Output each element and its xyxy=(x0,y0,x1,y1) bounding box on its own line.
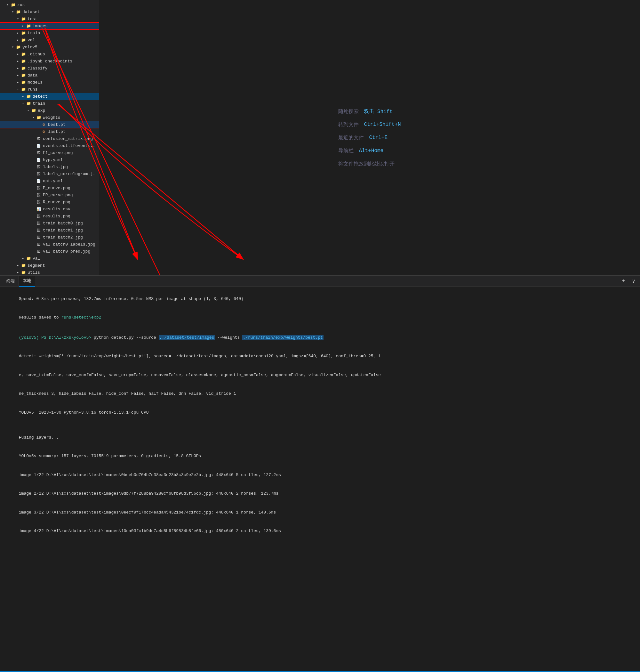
arrow-github xyxy=(15,52,20,57)
hint-label-recent: 最近的文件 xyxy=(338,134,364,141)
tree-item-exp[interactable]: exp xyxy=(0,107,99,114)
editor-area: 随处搜索 双击 Shift 转到文件 Ctrl+Shift+N 最近的文件 Ct… xyxy=(99,0,640,275)
hint-label-nav: 导航栏 xyxy=(338,147,353,154)
tree-label-trainb1: train_batch1.jpg xyxy=(43,228,97,233)
tree-item-run-val[interactable]: val xyxy=(0,255,99,262)
line-text: YOLOv5s summary: 157 layers, 7015519 par… xyxy=(19,454,201,458)
file-icon-rcurve xyxy=(36,199,42,204)
tree-item-best-pt[interactable]: best.pt xyxy=(0,121,99,128)
tree-item-runs[interactable]: runs xyxy=(0,86,99,93)
terminal-line-img4: image 4/22 D:\AI\zxs\dataset\test\images… xyxy=(4,522,636,541)
terminal-tabs[interactable]: 终端 本地 + ∨ xyxy=(0,276,640,287)
arrow-test xyxy=(15,16,20,22)
arrow-data xyxy=(15,73,20,78)
tree-item-models[interactable]: models xyxy=(0,79,99,86)
tree-item-test[interactable]: test xyxy=(0,15,99,23)
tree-item-last-pt[interactable]: last.pt xyxy=(0,128,99,135)
tree-label-pcurve: P_curve.png xyxy=(43,186,97,190)
tree-item-yolov5[interactable]: yolov5 xyxy=(0,44,99,51)
tree-label-opt: opt.yaml xyxy=(43,178,97,184)
tree-item-labels[interactable]: labels.jpg xyxy=(0,163,99,170)
tab-local[interactable]: 本地 xyxy=(19,276,35,287)
terminal-line-img2: image 2/22 D:\AI\zxs\dataset\test\images… xyxy=(4,484,636,503)
file-icon-prcurve xyxy=(36,192,42,198)
tree-item-weights-folder[interactable]: weights xyxy=(0,114,99,121)
folder-icon-detect xyxy=(26,94,31,99)
tree-item-utils[interactable]: utils xyxy=(0,269,99,275)
tree-item-prcurve[interactable]: PR_curve.png xyxy=(0,191,99,199)
tree-item-trainb2[interactable]: train_batch2.jpg xyxy=(0,234,99,241)
folder-icon-dataset xyxy=(15,9,21,14)
hint-row-file: 转到文件 Ctrl+Shift+N xyxy=(338,121,401,128)
tree-item-pcurve[interactable]: P_curve.png xyxy=(0,184,99,191)
tree-item-trainb0[interactable]: train_batch0.jpg xyxy=(0,220,99,227)
tree-item-trainb1[interactable]: train_batch1.jpg xyxy=(0,227,99,234)
terminal-content[interactable]: Speed: 0.8ms pre-process, 132.7ms infere… xyxy=(0,287,640,671)
tree-item-results-png[interactable]: results.png xyxy=(0,213,99,220)
tree-item-data[interactable]: data xyxy=(0,72,99,79)
file-icon-valb0l xyxy=(36,242,42,247)
tree-item-ipynb[interactable]: .ipynb_checkpoints xyxy=(0,58,99,65)
tree-item-labels-corr[interactable]: labels_correlogram.jpg xyxy=(0,170,99,177)
tree-item-events[interactable]: events.out.tfevents.16...876497. xyxy=(0,142,99,149)
file-tree-sidebar[interactable]: zxs dataset test xyxy=(0,0,99,275)
tree-label-valb0p: val_batch0_pred.jpg xyxy=(43,249,97,254)
tree-item-f1curve[interactable]: F1_curve.png xyxy=(0,149,99,156)
tree-item-results-csv[interactable]: results.csv xyxy=(0,205,99,213)
folder-icon-zxs xyxy=(10,2,16,8)
file-icon-results-png xyxy=(36,214,42,219)
tree-label-trainb0: train_batch0.jpg xyxy=(43,221,97,226)
tree-item-valb0l[interactable]: val_batch0_labels.jpg xyxy=(0,241,99,248)
tree-item-images[interactable]: images xyxy=(0,23,99,29)
tree-label-zxs: zxs xyxy=(17,3,97,8)
line-text: e, save_txt=False, save_conf=False, save… xyxy=(19,373,381,377)
hint-row-recent: 最近的文件 Ctrl+E xyxy=(338,134,401,141)
tree-item-train-runs[interactable]: train xyxy=(0,100,99,107)
arrow-yolov5 xyxy=(10,44,15,49)
tree-item-dataset[interactable]: dataset xyxy=(0,8,99,15)
hint-key-file: Ctrl+Shift+N xyxy=(364,121,401,127)
tree-label-classify: classify xyxy=(28,66,97,71)
terminal-add-button[interactable]: + xyxy=(620,277,627,285)
tree-item-github[interactable]: .github xyxy=(0,51,99,58)
file-icon-best-pt xyxy=(41,122,47,127)
folder-icon-test xyxy=(20,16,26,22)
file-icon-f1 xyxy=(36,150,42,155)
hint-key-search: 双击 Shift xyxy=(364,108,393,115)
tree-item-val-dataset[interactable]: val xyxy=(0,37,99,44)
tab-terminal[interactable]: 终端 xyxy=(3,276,19,287)
folder-icon-train-runs xyxy=(26,101,31,106)
cmd-weights-path: ./runs/train/exp/weights/best.pt xyxy=(242,335,323,340)
hint-label-file: 转到文件 xyxy=(338,121,359,128)
tree-item-valb0p[interactable]: val_batch0_pred.jpg xyxy=(0,248,99,255)
terminal-line-detect: detect: weights=['./runs/train/exp/weigh… xyxy=(4,347,636,366)
tab-terminal-label: 终端 xyxy=(6,278,15,284)
tree-label-prcurve: PR_curve.png xyxy=(43,193,97,198)
tree-item-classify[interactable]: classify xyxy=(0,65,99,72)
tree-item-hyp[interactable]: hyp.yaml xyxy=(0,156,99,163)
terminal-line-img1: image 1/22 D:\AI\zxs\dataset\test\images… xyxy=(4,466,636,484)
tree-item-detect[interactable]: detect xyxy=(0,93,99,100)
tree-item-confusion[interactable]: confusion_matrix.png xyxy=(0,135,99,142)
terminal-line-prompt: (yolov5) PS D:\AI\zxs\yolov5> python det… xyxy=(4,328,636,347)
tree-item-segment[interactable]: segment xyxy=(0,262,99,269)
tree-item-opt[interactable]: opt.yaml xyxy=(0,177,99,184)
hint-row-nav: 导航栏 Alt+Home xyxy=(338,147,401,154)
tree-item-zxs[interactable]: zxs xyxy=(0,1,99,8)
arrow-train-runs xyxy=(20,101,26,106)
hint-key-recent: Ctrl+E xyxy=(369,135,388,141)
arrow-segment xyxy=(15,263,20,268)
line-text: YOLOv5 2023-1-30 Python-3.8.16 torch-1.1… xyxy=(19,410,149,415)
line-text: detect: weights=['./runs/train/exp/weigh… xyxy=(19,354,381,359)
file-icon-trainb0 xyxy=(36,220,42,226)
tree-item-train-dataset[interactable]: train xyxy=(0,29,99,37)
tree-label-events: events.out.tfevents.16...876497. xyxy=(43,143,97,148)
terminal-chevron-button[interactable]: ∨ xyxy=(630,277,637,285)
tree-label-rcurve: R_curve.png xyxy=(43,200,97,204)
bottom-panel: 终端 本地 + ∨ Speed: 0.8ms pre-process, 132.… xyxy=(0,275,640,671)
tree-label-f1: F1_curve.png xyxy=(43,151,97,155)
tree-label-results-csv: results.csv xyxy=(43,207,97,212)
line-text: Speed: 0.8ms pre-process, 132.7ms infere… xyxy=(19,297,244,301)
results-path: runs\detect\exp2 xyxy=(61,315,101,320)
tree-item-rcurve[interactable]: R_curve.png xyxy=(0,199,99,205)
